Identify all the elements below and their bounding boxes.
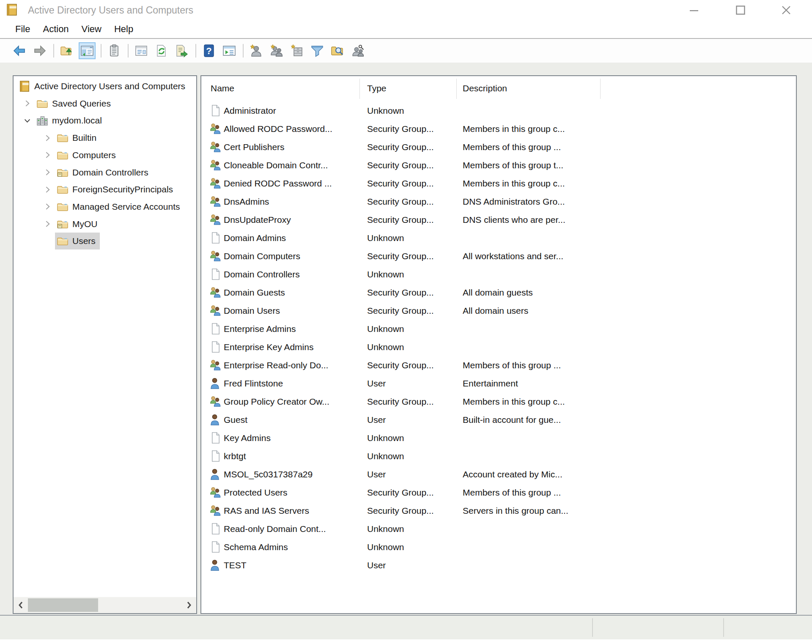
column-separator[interactable] bbox=[600, 79, 601, 99]
show-console-tree-button[interactable] bbox=[79, 42, 96, 59]
forward-arrow-button[interactable] bbox=[31, 42, 48, 59]
status-bar-divider bbox=[592, 618, 593, 637]
clipboard-button[interactable] bbox=[106, 42, 123, 59]
menu-help[interactable]: Help bbox=[114, 24, 133, 35]
menu-file[interactable]: File bbox=[15, 24, 30, 35]
list-row-key-admins[interactable]: Key AdminsUnknown bbox=[201, 429, 796, 447]
description-cell: Members in this group c... bbox=[463, 174, 598, 192]
list-row-krbtgt[interactable]: krbtgtUnknown bbox=[201, 447, 796, 465]
type-cell: Unknown bbox=[367, 538, 454, 556]
column-header-description[interactable]: Description bbox=[463, 76, 507, 101]
add-ou-button[interactable] bbox=[288, 42, 305, 59]
export-list-button[interactable] bbox=[173, 42, 190, 59]
find-button[interactable] bbox=[329, 42, 346, 59]
list-row-administrator[interactable]: AdministratorUnknown bbox=[201, 101, 796, 120]
chevron-right-icon[interactable] bbox=[19, 95, 35, 112]
tree-item-domain-controllers[interactable]: Domain Controllers bbox=[14, 164, 196, 181]
list-row-enterprise-read-only-do[interactable]: Enterprise Read-only Do...Security Group… bbox=[201, 356, 796, 374]
scroll-right-icon bbox=[186, 601, 192, 609]
chevron-right-icon[interactable] bbox=[40, 198, 55, 215]
name-cell: Domain Controllers bbox=[224, 265, 358, 283]
add-ou-icon bbox=[290, 44, 304, 58]
refresh-button[interactable] bbox=[153, 42, 170, 59]
delegate-button[interactable] bbox=[349, 42, 366, 59]
tree-item-myou[interactable]: MyOU bbox=[14, 216, 196, 233]
description-cell bbox=[463, 447, 598, 465]
list-row-domain-controllers[interactable]: Domain ControllersUnknown bbox=[201, 265, 796, 283]
column-separator[interactable] bbox=[456, 79, 457, 99]
chevron-right-icon[interactable] bbox=[40, 181, 55, 198]
chevron-right-icon[interactable] bbox=[40, 147, 55, 164]
menu-view[interactable]: View bbox=[82, 24, 102, 35]
toolbar-separator bbox=[243, 44, 244, 58]
group-icon bbox=[210, 304, 221, 317]
tree-item-managed-service-accounts[interactable]: Managed Service Accounts bbox=[14, 198, 196, 215]
description-cell: Members in this group c... bbox=[463, 392, 598, 411]
description-cell: All workstations and ser... bbox=[463, 247, 598, 265]
group-icon bbox=[210, 159, 221, 171]
filter-button[interactable] bbox=[309, 42, 326, 59]
list-row-enterprise-admins[interactable]: Enterprise AdminsUnknown bbox=[201, 320, 796, 338]
tree-item-foreignsecurityprincipals[interactable]: ForeignSecurityPrincipals bbox=[14, 181, 196, 198]
scroll-left-button[interactable] bbox=[14, 597, 27, 613]
tree-item-mydom-local[interactable]: mydom.local bbox=[14, 112, 196, 129]
list-row-read-only-domain-cont[interactable]: Read-only Domain Cont...Unknown bbox=[201, 520, 796, 538]
up-one-level-button[interactable] bbox=[58, 42, 75, 59]
maximize-button[interactable] bbox=[728, 0, 753, 20]
minimize-button[interactable] bbox=[682, 0, 706, 20]
list-row-group-policy-creator-ow[interactable]: Group Policy Creator Ow...Security Group… bbox=[201, 392, 796, 411]
chevron-right-icon[interactable] bbox=[40, 164, 55, 181]
list-row-allowed-rodc-password[interactable]: Allowed RODC Password...Security Group..… bbox=[201, 120, 796, 138]
list-row-msol-5c0317387a29[interactable]: MSOL_5c0317387a29UserAccount created by … bbox=[201, 465, 796, 483]
name-cell: Domain Users bbox=[224, 301, 358, 320]
tree-item-active-directory-users-and-computers[interactable]: Active Directory Users and Computers bbox=[14, 78, 196, 95]
close-button[interactable] bbox=[774, 0, 798, 20]
description-cell: All domain users bbox=[463, 301, 598, 320]
list-row-enterprise-key-admins[interactable]: Enterprise Key AdminsUnknown bbox=[201, 338, 796, 356]
toolbar-separator bbox=[128, 44, 129, 58]
folder-icon bbox=[57, 132, 69, 144]
list-row-domain-users[interactable]: Domain UsersSecurity Group...All domain … bbox=[201, 301, 796, 320]
tree-item-computers[interactable]: Computers bbox=[14, 147, 196, 164]
chevron-right-icon[interactable] bbox=[40, 216, 55, 233]
list-row-schema-admins[interactable]: Schema AdminsUnknown bbox=[201, 538, 796, 556]
list-row-guest[interactable]: GuestUserBuilt-in account for gue... bbox=[201, 411, 796, 429]
list-row-cert-publishers[interactable]: Cert PublishersSecurity Group...Members … bbox=[201, 138, 796, 156]
chevron-down-icon[interactable] bbox=[19, 112, 35, 129]
properties-button[interactable] bbox=[133, 42, 150, 59]
tree-item-builtin[interactable]: Builtin bbox=[14, 129, 196, 146]
list-row-cloneable-domain-contr[interactable]: Cloneable Domain Contr...Security Group.… bbox=[201, 156, 796, 174]
list-row-domain-computers[interactable]: Domain ComputersSecurity Group...All wor… bbox=[201, 247, 796, 265]
list-row-ras-and-ias-servers[interactable]: RAS and IAS ServersSecurity Group...Serv… bbox=[201, 501, 796, 520]
show-window-icon bbox=[222, 44, 236, 58]
tree-horizontal-scrollbar[interactable] bbox=[14, 597, 196, 613]
list-row-domain-guests[interactable]: Domain GuestsSecurity Group...All domain… bbox=[201, 283, 796, 301]
description-cell: Members of this group t... bbox=[463, 156, 598, 174]
tree-item-saved-queries[interactable]: Saved Queries bbox=[14, 95, 196, 112]
column-separator[interactable] bbox=[359, 79, 360, 99]
add-group-button[interactable] bbox=[268, 42, 285, 59]
scrollbar-thumb[interactable] bbox=[28, 598, 98, 612]
menu-action[interactable]: Action bbox=[43, 24, 69, 35]
ou-folder-icon bbox=[57, 167, 69, 178]
list-row-fred-flintstone[interactable]: Fred FlintstoneUserEntertainment bbox=[201, 374, 796, 392]
type-cell: Unknown bbox=[367, 338, 454, 356]
column-header-name[interactable]: Name bbox=[211, 76, 234, 101]
show-window-button[interactable] bbox=[221, 42, 238, 59]
scroll-right-button[interactable] bbox=[183, 597, 195, 613]
toolbar-separator bbox=[53, 44, 54, 58]
name-cell: Cert Publishers bbox=[224, 138, 358, 156]
list-row-dnsadmins[interactable]: DnsAdminsSecurity Group...DNS Administra… bbox=[201, 192, 796, 211]
column-header-type[interactable]: Type bbox=[367, 76, 387, 101]
tree-item-users[interactable]: Users bbox=[14, 233, 196, 249]
list-row-protected-users[interactable]: Protected UsersSecurity Group...Members … bbox=[201, 483, 796, 501]
back-arrow-button[interactable] bbox=[11, 42, 28, 59]
list-row-denied-rodc-password[interactable]: Denied RODC Password ...Security Group..… bbox=[201, 174, 796, 192]
list-row-dnsupdateproxy[interactable]: DnsUpdateProxySecurity Group...DNS clien… bbox=[201, 211, 796, 229]
chevron-right-icon[interactable] bbox=[40, 129, 55, 146]
add-user-button[interactable] bbox=[248, 42, 265, 59]
help-button[interactable]: ? bbox=[200, 42, 217, 59]
list-row-domain-admins[interactable]: Domain AdminsUnknown bbox=[201, 229, 796, 247]
list-row-test[interactable]: TESTUser bbox=[201, 556, 796, 574]
type-cell: Unknown bbox=[367, 520, 454, 538]
